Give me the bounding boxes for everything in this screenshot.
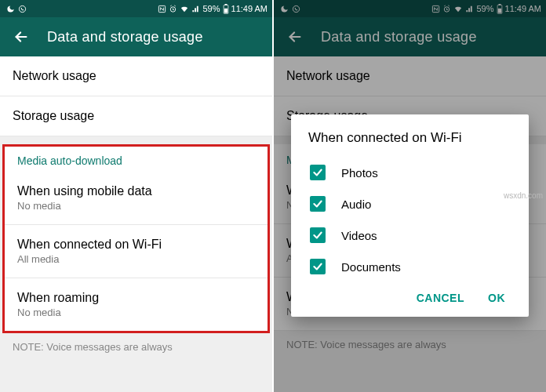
option-label: Videos (341, 229, 377, 242)
settings-list: Network usage Storage usage (0, 56, 272, 136)
status-bar: 59% 11:49 AM (0, 0, 272, 17)
option-videos[interactable]: Videos (308, 220, 511, 251)
alarm-icon (169, 5, 177, 13)
cancel-button[interactable]: CANCEL (417, 292, 464, 304)
section-header: Media auto-download (5, 147, 268, 172)
footer-note: NOTE: Voice messages are always (0, 333, 272, 361)
screenshot-right: 59% 11:49 AM Data and storage usage Netw… (274, 0, 546, 392)
row-sublabel: No media (17, 307, 255, 318)
svg-point-0 (19, 5, 25, 12)
row-wifi[interactable]: When connected on Wi-Fi All media (5, 225, 268, 278)
row-sublabel: All media (17, 253, 255, 265)
row-storage-usage[interactable]: Storage usage (0, 96, 272, 136)
checkbox-checked-icon[interactable] (310, 196, 326, 212)
section-divider (0, 136, 272, 144)
wifi-media-dialog: When connected on Wi-Fi Photos Audio Vid… (291, 114, 529, 317)
app-bar: Data and storage usage (0, 17, 272, 56)
moon-icon (6, 5, 15, 13)
option-documents[interactable]: Documents (308, 251, 511, 282)
svg-rect-4 (224, 4, 227, 5)
row-roaming[interactable]: When roaming No media (5, 278, 268, 331)
checkbox-checked-icon[interactable] (310, 259, 326, 274)
option-label: Audio (341, 198, 371, 211)
wifi-icon (180, 5, 189, 13)
battery-icon (223, 4, 229, 14)
option-label: Documents (341, 260, 401, 274)
row-label: When roaming (17, 291, 255, 305)
clock-text: 11:49 AM (231, 4, 268, 13)
row-sublabel: No media (17, 200, 255, 212)
signal-icon (191, 5, 200, 13)
media-auto-download-section: Media auto-download When using mobile da… (2, 144, 270, 333)
battery-percent: 59% (202, 4, 220, 13)
nfc-icon (158, 5, 166, 13)
whatsapp-icon (18, 5, 27, 13)
dialog-actions: CANCEL OK (308, 282, 511, 310)
back-button[interactable] (13, 28, 30, 45)
checkbox-checked-icon[interactable] (310, 165, 326, 180)
option-label: Photos (341, 166, 378, 180)
watermark: wsxdn.com (504, 191, 543, 200)
checkbox-checked-icon[interactable] (310, 227, 326, 243)
option-audio[interactable]: Audio (308, 188, 511, 220)
screenshot-left: 59% 11:49 AM Data and storage usage Netw… (0, 0, 272, 392)
option-photos[interactable]: Photos (308, 157, 511, 188)
row-label: Network usage (13, 69, 260, 83)
dialog-title: When connected on Wi-Fi (308, 130, 511, 146)
row-mobile-data[interactable]: When using mobile data No media (5, 172, 268, 225)
page-title: Data and storage usage (47, 29, 203, 45)
row-label: When using mobile data (17, 184, 255, 198)
row-label: When connected on Wi-Fi (17, 238, 255, 252)
row-label: Storage usage (13, 109, 260, 123)
svg-rect-5 (224, 8, 227, 13)
ok-button[interactable]: OK (488, 292, 505, 304)
row-network-usage[interactable]: Network usage (0, 56, 272, 96)
